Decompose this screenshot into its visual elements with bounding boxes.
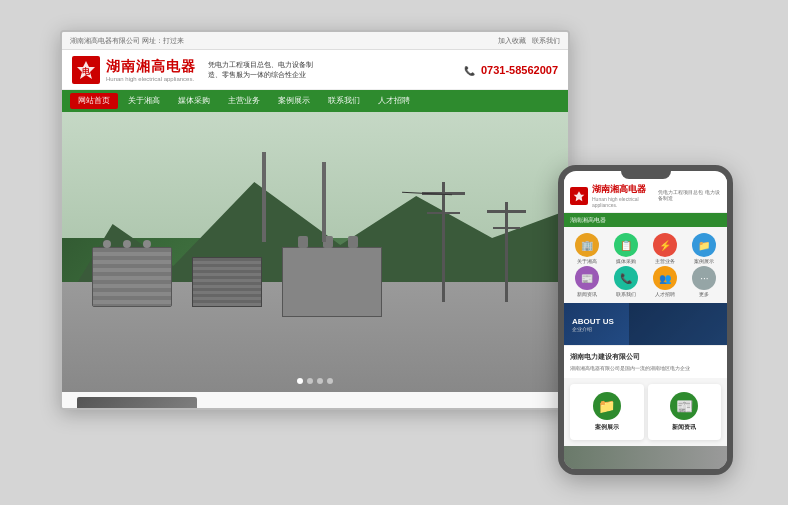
mobile-tagline: 凭电力工程项目总包 电力设备制造 (658, 190, 721, 202)
mobile-icon-recruit[interactable]: 👥 人才招聘 (647, 266, 684, 297)
mobile-icon-contact[interactable]: 📞 联系我们 (607, 266, 644, 297)
logo-en: Hunan high electrical appliances. (106, 76, 196, 82)
equipment-2 (192, 257, 262, 307)
mobile-company-title: 湖南电力建设有限公司 (570, 352, 721, 362)
topbar-bookmark[interactable]: 加入收藏 (498, 36, 526, 46)
mobile-icon-contact-label: 联系我们 (616, 292, 636, 297)
mobile-about-main: ABOUT US (572, 317, 614, 326)
equipment-1 (92, 247, 172, 307)
mobile-grid-cases-label: 案例展示 (595, 423, 619, 432)
tower-2 (505, 202, 508, 302)
page-wrapper: 湖南湘高电器有限公司 网址：打过来 加入收藏 联系我们 电 湖南湘高电器 Hun… (0, 0, 788, 505)
mobile-logo-cn: 湖南湘高电器 (592, 183, 652, 196)
topbar-contact[interactable]: 联系我们 (532, 36, 560, 46)
hero-dot-1[interactable] (297, 378, 303, 384)
nav-item-home[interactable]: 网站首页 (70, 93, 118, 109)
mobile-icon-cases-label: 案例展示 (694, 259, 714, 264)
site-nav: 网站首页 关于湘高 媒体采购 主营业务 案例展示 联系我们 人才招聘 (62, 90, 568, 112)
mobile-icon-media-label: 媒体采购 (616, 259, 636, 264)
site-topbar: 湖南湘高电器有限公司 网址：打过来 加入收藏 联系我们 (62, 32, 568, 50)
mobile-icon-media-circle: 📋 (614, 233, 638, 257)
mobile-icon-about-label: 关于湘高 (577, 259, 597, 264)
site-hero (62, 112, 568, 392)
mobile-case-floor (564, 471, 727, 475)
nav-item-media[interactable]: 媒体采购 (170, 93, 218, 109)
insulator-pole-2 (322, 162, 326, 242)
desktop-mockup: 湖南湘高电器有限公司 网址：打过来 加入收藏 联系我们 电 湖南湘高电器 Hun… (60, 30, 570, 410)
mobile-icon-news[interactable]: 📰 新闻资讯 (568, 266, 605, 297)
mobile-grid-news[interactable]: 📰 新闻资讯 (648, 384, 722, 440)
site-tagline: 凭电力工程项目总包、电力设备制 造、零售服为一体的综合性企业 (208, 60, 313, 80)
tagline-line2: 造、零售服为一体的综合性企业 (208, 70, 313, 80)
mobile-case-bg: 湖南供电局供电线路改造工程 (564, 446, 727, 475)
hero-dot-3[interactable] (317, 378, 323, 384)
mobile-icon-recruit-circle: 👥 (653, 266, 677, 290)
site-header: 电 湖南湘高电器 Hunan high electrical appliance… (62, 50, 568, 90)
mobile-icon-more-circle: ··· (692, 266, 716, 290)
mobile-icon-cases[interactable]: 📁 案例展示 (686, 233, 723, 264)
mobile-grid-cases[interactable]: 📁 案例展示 (570, 384, 644, 440)
site-second-section: 图片 (62, 392, 568, 410)
mobile-icon-media[interactable]: 📋 媒体采购 (607, 233, 644, 264)
hero-content (62, 112, 568, 392)
logo-icon: 电 (72, 56, 100, 84)
site-logo: 电 湖南湘高电器 Hunan high electrical appliance… (72, 56, 196, 84)
mobile-icon-recruit-label: 人才招聘 (655, 292, 675, 297)
mobile-about-content: ABOUT US 企业介绍 (572, 317, 614, 332)
hero-dot-2[interactable] (307, 378, 313, 384)
topbar-right: 加入收藏 联系我们 (498, 36, 560, 46)
hero-sky (62, 112, 568, 238)
nav-item-contact[interactable]: 联系我们 (320, 93, 368, 109)
mobile-icon-business-circle: ⚡ (653, 233, 677, 257)
svg-text:电: 电 (82, 67, 91, 76)
mobile-tagline-text: 凭电力工程项目总包 电力设备制造 (658, 190, 721, 202)
mobile-icon-business-label: 主营业务 (655, 259, 675, 264)
mobile-company-desc: 湖南湘高电器有限公司是国内一流的湖南地区电力企业 (570, 365, 721, 372)
mobile-grid-cases-icon: 📁 (593, 392, 621, 420)
mobile-banner-text: 湖南湘高电器 (570, 217, 606, 224)
mobile-logo-icon (570, 187, 588, 205)
mobile-icon-news-label: 新闻资讯 (577, 292, 597, 297)
mobile-about-sub: 企业介绍 (572, 326, 614, 332)
mobile-case-banner: 湖南供电局供电线路改造工程 (564, 446, 727, 475)
mobile-icons-grid: 🏢 关于湘高 📋 媒体采购 ⚡ 主营业务 📁 案例展示 📰 新闻资讯 📞 (564, 227, 727, 303)
svg-marker-2 (574, 191, 585, 201)
mobile-green-banner: 湖南湘高电器 (564, 213, 727, 227)
tower-1 (442, 182, 445, 302)
tagline-line1: 凭电力工程项目总包、电力设备制 (208, 60, 313, 70)
topbar-left-text: 湖南湘高电器有限公司 网址：打过来 (70, 36, 184, 46)
mobile-icon-news-circle: 📰 (575, 266, 599, 290)
nav-item-about[interactable]: 关于湘高 (120, 93, 168, 109)
mobile-icon-business[interactable]: ⚡ 主营业务 (647, 233, 684, 264)
hero-dots (297, 378, 333, 384)
mobile-icon-more[interactable]: ··· 更多 (686, 266, 723, 297)
phone-icon: 📞 (464, 66, 475, 76)
mobile-icon-more-label: 更多 (699, 292, 709, 297)
mobile-icon-about-circle: 🏢 (575, 233, 599, 257)
site-phone: 📞 0731-58562007 (464, 64, 558, 76)
mobile-mockup: 湖南湘高电器 Hunan high electrical appliances.… (558, 165, 733, 475)
mobile-icon-cases-circle: 📁 (692, 233, 716, 257)
insulator-pole (262, 152, 266, 242)
logo-text: 湖南湘高电器 Hunan high electrical appliances. (106, 58, 196, 82)
nav-item-business[interactable]: 主营业务 (220, 93, 268, 109)
mobile-logo-en: Hunan high electrical appliances. (592, 196, 652, 208)
mobile-logo-text-block: 湖南湘高电器 Hunan high electrical appliances. (592, 183, 652, 208)
mobile-grid-news-icon: 📰 (670, 392, 698, 420)
mobile-icon-about[interactable]: 🏢 关于湘高 (568, 233, 605, 264)
bottom-img-1: 图片 (77, 397, 197, 410)
nav-item-recruitment[interactable]: 人才招聘 (370, 93, 418, 109)
phone-number: 0731-58562007 (481, 64, 558, 76)
mobile-about-banner: ABOUT US 企业介绍 (564, 303, 727, 345)
mobile-about-overlay (629, 303, 727, 345)
hero-dot-4[interactable] (327, 378, 333, 384)
mobile-company-section: 湖南电力建设有限公司 湖南湘高电器有限公司是国内一流的湖南地区电力企业 (564, 345, 727, 378)
mobile-site-header: 湖南湘高电器 Hunan high electrical appliances.… (564, 179, 727, 213)
equipment-3 (282, 247, 382, 317)
mobile-icon-contact-circle: 📞 (614, 266, 638, 290)
mobile-notch (621, 171, 671, 179)
nav-item-cases[interactable]: 案例展示 (270, 93, 318, 109)
mobile-bottom-grid: 📁 案例展示 📰 新闻资讯 (564, 378, 727, 446)
mobile-grid-news-label: 新闻资讯 (672, 423, 696, 432)
logo-cn: 湖南湘高电器 (106, 58, 196, 76)
